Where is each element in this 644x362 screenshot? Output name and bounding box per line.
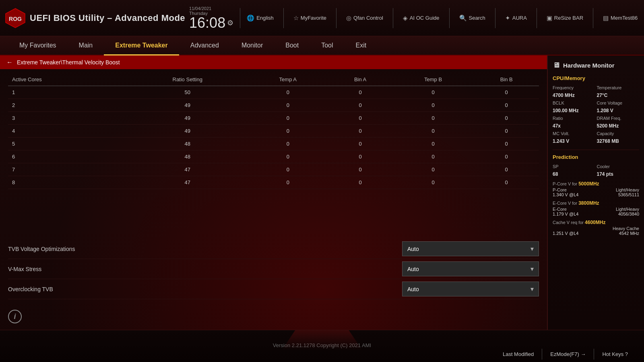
cell-ratio-5[interactable]: 48 (127, 150, 248, 163)
divider-3 (393, 8, 393, 28)
table-row[interactable]: 2 49 0 0 0 0 (8, 99, 539, 112)
nav-monitor[interactable]: Monitor (230, 36, 274, 56)
cell-tempb-3[interactable]: 0 (392, 125, 474, 138)
cell-tempa-1[interactable]: 0 (248, 99, 328, 112)
col-ratio-setting: Ratio Setting (127, 73, 248, 86)
tvb-table: Active Cores Ratio Setting Temp A Bin A … (8, 73, 539, 189)
cell-tempb-2[interactable]: 0 (392, 112, 474, 125)
hw-item-capacity-value: 32768 MB (597, 138, 640, 144)
cell-tempb-6[interactable]: 0 (392, 163, 474, 176)
cell-binb-6[interactable]: 0 (474, 163, 539, 176)
menu-item-search[interactable]: 🔍 Search (459, 14, 485, 22)
cell-ratio-0[interactable]: 50 (127, 86, 248, 99)
info-button[interactable]: i (8, 310, 22, 323)
nav-main[interactable]: Main (68, 36, 104, 56)
cell-tempb-4[interactable]: 0 (392, 138, 474, 150)
cell-bina-5[interactable]: 0 (328, 150, 392, 163)
table-row[interactable]: 4 49 0 0 0 0 (8, 125, 539, 138)
vmax-stress-dropdown[interactable]: Auto ▾ (402, 261, 539, 276)
cell-ratio-7[interactable]: 47 (127, 176, 248, 189)
table-row[interactable]: 5 48 0 0 0 0 (8, 138, 539, 150)
menu-item-myfavorite[interactable]: ☆ MyFavorite (293, 14, 326, 22)
cell-binb-2[interactable]: 0 (474, 112, 539, 125)
pred-cooler-label: Cooler (597, 164, 640, 169)
nav-boot[interactable]: Boot (274, 36, 310, 56)
setting-row-overclocking-tvb: Overclocking TVB Auto ▾ (8, 279, 539, 299)
menu-item-aura[interactable]: ✦ AURA (505, 14, 527, 22)
nav-advanced[interactable]: Advanced (179, 36, 230, 56)
cell-tempb-5[interactable]: 0 (392, 150, 474, 163)
cell-ratio-4[interactable]: 48 (127, 138, 248, 150)
table-row[interactable]: 8 47 0 0 0 0 (8, 176, 539, 189)
cell-ratio-1[interactable]: 49 (127, 99, 248, 112)
cpu-memory-grid: Frequency Temperature 4700 MHz 27°C BCLK… (553, 85, 639, 144)
ecore-prediction-block: E-Core V for 3800MHz E-Core Light/Heavy … (553, 200, 639, 216)
cell-bina-2[interactable]: 0 (328, 112, 392, 125)
cell-binb-3[interactable]: 0 (474, 125, 539, 138)
hw-item-ratio-label: Ratio (553, 116, 595, 121)
menu-item-english[interactable]: 🌐 English (247, 14, 274, 22)
cell-tempb-7[interactable]: 0 (392, 176, 474, 189)
cell-bina-1[interactable]: 0 (328, 99, 392, 112)
table-area: Active Cores Ratio Setting Temp A Bin A … (0, 69, 547, 235)
cell-tempa-2[interactable]: 0 (248, 112, 328, 125)
menu-item-qfan[interactable]: ◎ Qfan Control (346, 14, 383, 22)
cell-bina-3[interactable]: 0 (328, 125, 392, 138)
cell-bina-0[interactable]: 0 (328, 86, 392, 99)
hw-item-temp-label: Temperature (597, 85, 640, 90)
cell-binb-4[interactable]: 0 (474, 138, 539, 150)
breadcrumb-back-button[interactable]: ← (6, 59, 13, 66)
nav-tool[interactable]: Tool (310, 36, 344, 56)
cache-heavy-label: Heavy Cache (613, 226, 639, 231)
cell-ratio-3[interactable]: 49 (127, 125, 248, 138)
hw-item-mcvolt-label: MC Volt. (553, 131, 595, 136)
menu-item-resize[interactable]: ▣ ReSize BAR (547, 14, 583, 22)
cell-bina-7[interactable]: 0 (328, 176, 392, 189)
hw-item-bclk-value: 100.00 MHz (553, 108, 595, 113)
settings-gear-icon[interactable]: ⚙ (227, 19, 233, 27)
cell-binb-0[interactable]: 0 (474, 86, 539, 99)
nav-my-favorites[interactable]: My Favorites (8, 36, 68, 56)
nav-extreme-tweaker[interactable]: Extreme Tweaker (104, 36, 179, 56)
cell-binb-1[interactable]: 0 (474, 99, 539, 112)
cell-core-3: 4 (8, 125, 127, 138)
cell-ratio-6[interactable]: 47 (127, 163, 248, 176)
table-row[interactable]: 3 49 0 0 0 0 (8, 112, 539, 125)
last-modified-button[interactable]: Last Modified (495, 349, 542, 360)
time-display: 16:08 ⚙ (189, 16, 233, 30)
cell-core-6: 7 (8, 163, 127, 176)
cell-tempa-0[interactable]: 0 (248, 86, 328, 99)
hot-keys-button[interactable]: Hot Keys ? (594, 349, 636, 360)
hot-keys-label: Hot Keys ? (602, 351, 628, 357)
ezmode-button[interactable]: EzMode(F7) → (542, 349, 594, 360)
cell-ratio-2[interactable]: 49 (127, 112, 248, 125)
cell-tempa-4[interactable]: 0 (248, 138, 328, 150)
pcore-label: P-Core V for 5000MHz (553, 181, 639, 187)
tvb-voltage-dropdown[interactable]: Auto ▾ (402, 241, 539, 256)
pcore-detail-label: P-Core (553, 187, 567, 192)
table-row[interactable]: 6 48 0 0 0 0 (8, 150, 539, 163)
table-header-row: Active Cores Ratio Setting Temp A Bin A … (8, 73, 539, 86)
menu-item-memtest[interactable]: ▤ MemTest86 (603, 14, 638, 22)
cell-bina-4[interactable]: 0 (328, 138, 392, 150)
menu-label-myfavorite: MyFavorite (301, 15, 326, 21)
table-row[interactable]: 7 47 0 0 0 0 (8, 163, 539, 176)
cell-bina-6[interactable]: 0 (328, 163, 392, 176)
cell-tempb-0[interactable]: 0 (392, 86, 474, 99)
col-bin-b: Bin B (474, 73, 539, 86)
hw-item-dramfreq-label: DRAM Freq. (597, 116, 640, 121)
cell-tempb-1[interactable]: 0 (392, 99, 474, 112)
cell-tempa-3[interactable]: 0 (248, 125, 328, 138)
vmax-stress-value: Auto (407, 266, 419, 272)
cell-binb-5[interactable]: 0 (474, 150, 539, 163)
menu-item-aioc[interactable]: ◈ AI OC Guide (403, 14, 440, 22)
overclocking-tvb-dropdown[interactable]: Auto ▾ (402, 282, 539, 296)
cell-tempa-6[interactable]: 0 (248, 163, 328, 176)
nav-exit[interactable]: Exit (345, 36, 378, 56)
cell-tempa-7[interactable]: 0 (248, 176, 328, 189)
table-row[interactable]: 1 50 0 0 0 0 (8, 86, 539, 99)
cell-binb-7[interactable]: 0 (474, 176, 539, 189)
bios-title: UEFI BIOS Utility – Advanced Mode (30, 13, 185, 23)
pcore-light-heavy-label: Light/Heavy (616, 187, 639, 192)
cell-tempa-5[interactable]: 0 (248, 150, 328, 163)
